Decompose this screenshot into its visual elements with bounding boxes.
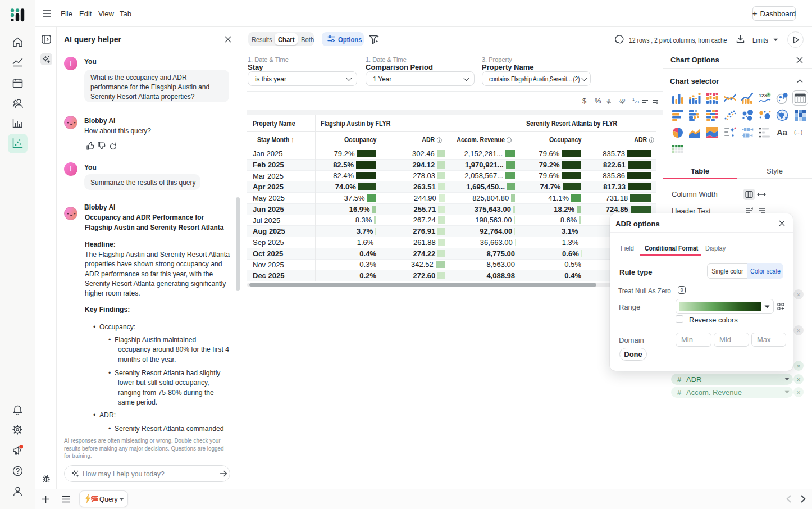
svg-text:123: 123 [759, 93, 767, 98]
svg-text:.00: .00 [619, 98, 626, 103]
svg-text:23: 23 [635, 100, 639, 104]
svg-text:%: % [595, 97, 601, 105]
svg-text:(...): (...) [794, 129, 802, 135]
svg-text:Aa: Aa [777, 128, 788, 137]
svg-text:$: $ [582, 97, 587, 105]
